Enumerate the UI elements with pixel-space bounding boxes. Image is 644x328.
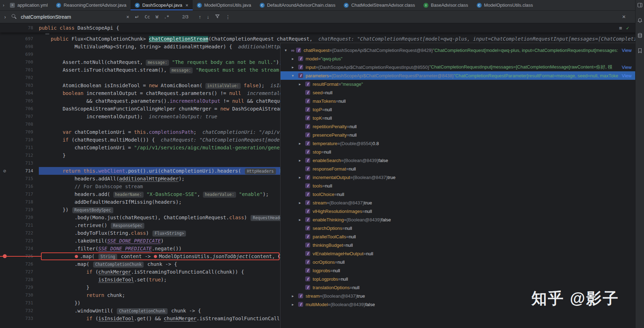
tab-baseadvisor-class[interactable]: IBaseAdvisor.class <box>419 0 473 10</box>
line-number[interactable]: 728 <box>9 276 39 284</box>
line-number[interactable]: 713 <box>9 159 39 167</box>
line-number[interactable]: 710 <box>9 136 39 144</box>
line-number[interactable]: 703 <box>9 82 39 89</box>
expand-arrow-icon[interactable]: ▸ <box>292 56 298 61</box>
variable-input[interactable]: ▸finput = {DashScopeApi$ChatCompletionRe… <box>281 63 635 71</box>
view-link[interactable]: View <box>619 48 632 53</box>
line-number[interactable]: 707 <box>9 113 39 120</box>
close-search-icon[interactable]: × <box>622 13 626 20</box>
variable-model[interactable]: ▸fmodel = "qwq-plus" <box>281 54 635 63</box>
line-number[interactable]: 733 <box>9 315 39 322</box>
variable-enableSearch[interactable]: ▸fenableSearch = {Boolean@8439} false <box>281 156 635 165</box>
expand-arrow-icon[interactable]: ▸ <box>299 217 305 222</box>
line-number[interactable]: 709 <box>9 128 39 136</box>
variable-incrementalOutput[interactable]: ▸fincrementalOutput = {Boolean@8437} tru… <box>281 173 635 181</box>
line-number[interactable]: 723 <box>9 237 39 245</box>
search-input[interactable] <box>20 14 123 20</box>
line-number[interactable]: 701 <box>9 66 39 74</box>
tab-dashscopeapi-java[interactable]: CDashScopeApi.java× <box>131 0 193 10</box>
variable-enableThinking[interactable]: ▸fenableThinking = {Boolean@8439} false <box>281 215 635 224</box>
line-number[interactable]: 721 <box>9 221 39 229</box>
newline-icon[interactable]: ↵ <box>132 13 142 20</box>
tab-modeloptionsutils-java[interactable]: CModelOptionsUtils.java <box>193 0 255 10</box>
muted-breakpoint-icon[interactable]: ⊘ <box>0 167 9 175</box>
view-link[interactable]: View <box>619 73 632 78</box>
code-line-697[interactable]: 697 public Flux<ChatCompletionChunk> cha… <box>0 35 644 43</box>
bookmark-icon[interactable] <box>638 48 642 53</box>
variable-seed[interactable]: fseed = null <box>281 88 635 97</box>
line-number[interactable]: 705 <box>9 97 39 105</box>
line-number[interactable]: 716 <box>9 183 39 190</box>
variable-topLogprobs[interactable]: ftopLogprobs = null <box>281 275 635 283</box>
line-number[interactable]: 726 <box>9 260 39 268</box>
tab-chatmodelstreamadvisor-class[interactable]: CChatModelStreamAdvisor.class <box>339 0 419 10</box>
variable-ocrOptions[interactable]: focrOptions = null <box>281 258 635 266</box>
code-line-78[interactable]: 78public class DashScopeApi { <box>0 24 119 32</box>
notifications-icon[interactable] <box>637 18 643 23</box>
line-number[interactable]: 727 <box>9 268 39 276</box>
tab-modeloptionsutils-class[interactable]: CModelOptionsUtils.class <box>473 0 537 10</box>
line-number[interactable]: 700 <box>9 58 39 66</box>
expand-arrow-icon[interactable]: ▸ <box>292 65 298 70</box>
line-number[interactable]: 697 <box>9 35 39 43</box>
chevron-right-icon[interactable]: › <box>2 14 8 20</box>
line-number[interactable]: 715 <box>9 175 39 183</box>
tab-reasoningcontentadvisor-java[interactable]: CReasoningContentAdvisor.java <box>52 0 131 10</box>
view-link[interactable]: View <box>619 65 632 70</box>
whole-words-toggle[interactable]: W <box>153 13 161 20</box>
line-number[interactable]: 706 <box>9 105 39 113</box>
line-number[interactable]: 717 <box>9 190 39 198</box>
variable-thinkingBudget[interactable]: fthinkingBudget = null <box>281 241 635 249</box>
variable-presencePenalty[interactable]: fpresencePenalty = null <box>281 131 635 139</box>
line-number[interactable]: 78 <box>9 24 39 32</box>
match-case-toggle[interactable]: Cc <box>142 13 152 20</box>
expand-arrow-icon[interactable]: ▸ <box>299 175 305 180</box>
more-options-icon[interactable]: ⋮ <box>223 13 233 20</box>
line-number[interactable]: 732 <box>9 307 39 315</box>
expand-arrow-icon[interactable]: ▸ <box>292 302 298 307</box>
variable-parallelToolCalls[interactable]: fparallelToolCalls = null <box>281 232 635 241</box>
line-number[interactable]: 702 <box>9 74 39 82</box>
line-number[interactable]: 718 <box>9 198 39 206</box>
expand-arrow-icon[interactable]: ▸ <box>299 158 305 163</box>
filter-icon[interactable] <box>212 13 222 20</box>
variable-parameters[interactable]: ▾fparameters = {DashScopeApi$ChatComplet… <box>281 71 635 80</box>
line-number[interactable]: 711 <box>9 144 39 151</box>
variable-vlEnableImageHwOutput[interactable]: fvlEnableImageHwOutput = null <box>281 249 635 258</box>
variable-stop[interactable]: fstop = null <box>281 148 635 156</box>
close-tab-icon[interactable]: × <box>186 2 188 8</box>
regex-toggle[interactable]: .* <box>162 13 172 20</box>
variable-maxTokens[interactable]: fmaxTokens = null <box>281 97 635 105</box>
variable-tools[interactable]: ftools = null <box>281 181 635 190</box>
variable-logprobs[interactable]: flogprobs = null <box>281 266 635 275</box>
expand-arrow-icon[interactable]: ▸ <box>299 82 305 87</box>
line-number[interactable]: 712 <box>9 151 39 159</box>
fold-marker-icon[interactable] <box>45 33 49 35</box>
inline-breakpoint-icon[interactable] <box>75 255 78 258</box>
tab-defaultaroundadvisorchain-class[interactable]: CDefaultAroundAdvisorChain.class <box>255 0 340 10</box>
line-number[interactable]: 704 <box>9 89 39 97</box>
database-icon[interactable] <box>637 33 643 38</box>
variable-chatRequest[interactable]: ▾∞fchatRequest = {DashScopeApi$ChatCompl… <box>281 46 635 54</box>
expand-arrow-icon[interactable]: ▾ <box>285 48 291 53</box>
variable-temperature[interactable]: ▸ftemperature = {Double@8554} 0.8 <box>281 139 635 148</box>
variable-vlHighResolutionImages[interactable]: fvlHighResolutionImages = null <box>281 207 635 215</box>
variable-stream[interactable]: ▸fstream = {Boolean@8437} true <box>281 198 635 207</box>
variable-toolChoice[interactable]: ftoolChoice = null <box>281 190 635 198</box>
line-number[interactable]: 714 <box>9 167 39 175</box>
prev-match-button[interactable]: ↑ <box>196 13 204 20</box>
next-match-button[interactable]: ↓ <box>204 13 212 20</box>
line-number[interactable]: 731 <box>9 299 39 307</box>
inspections-list-icon[interactable]: ≡ <box>619 25 622 31</box>
variable-topK[interactable]: ftopK = null <box>281 114 635 122</box>
expand-arrow-icon[interactable]: ▸ <box>292 294 298 298</box>
line-number[interactable]: 720 <box>9 214 39 221</box>
layout-icon[interactable] <box>637 2 643 8</box>
line-number[interactable]: 730 <box>9 291 39 299</box>
line-number[interactable]: 699 <box>9 50 39 58</box>
line-number[interactable]: 719 <box>9 206 39 214</box>
variable-resultFormat[interactable]: ▸fresultFormat = "message" <box>281 80 635 88</box>
variable-responseFormat[interactable]: fresponseFormat = null <box>281 165 635 173</box>
expand-arrow-icon[interactable]: ▸ <box>299 201 305 205</box>
variable-repetitionPenalty[interactable]: frepetitionPenalty = null <box>281 122 635 131</box>
